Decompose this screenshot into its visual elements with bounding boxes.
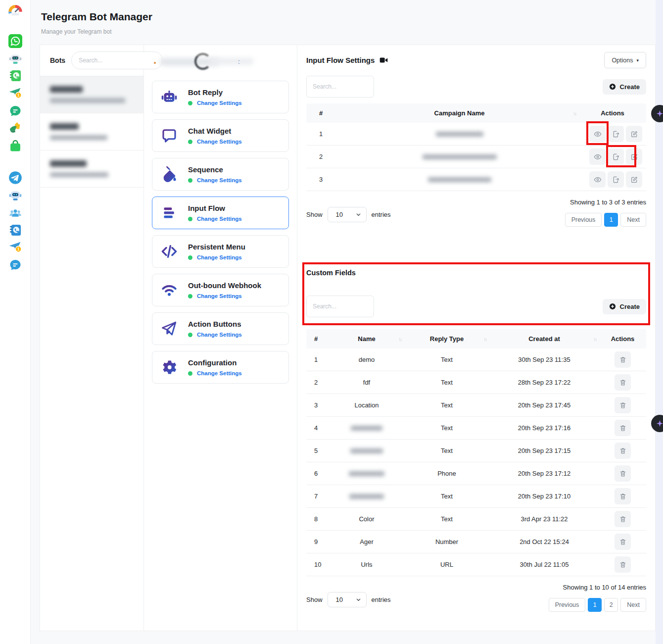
sender-blue-icon[interactable]: 1 (8, 240, 22, 254)
created-at: 30th Jul 22 11:05 (489, 561, 599, 568)
team-icon[interactable] (8, 206, 22, 220)
card-configuration[interactable]: Configuration Change Settings (152, 351, 289, 384)
delete-button[interactable] (615, 420, 631, 436)
bots-panel: Bots (40, 45, 144, 631)
page-size-select[interactable]: 10 (328, 592, 367, 607)
bot-gray-icon[interactable] (8, 51, 22, 65)
col-header-actions: Actions (579, 109, 646, 117)
col-header-created-at[interactable]: Created at↑↓ (489, 335, 599, 343)
custom-fields-create-button[interactable]: Create (603, 299, 646, 314)
bot-reply-icon (160, 88, 178, 106)
redacted-field-name (349, 471, 384, 476)
options-button[interactable]: Options ▾ (604, 52, 646, 68)
delete-button[interactable] (615, 443, 631, 459)
field-name: Ager (329, 538, 404, 545)
card-outbound-webhook[interactable]: Out-bound Webhook Change Settings (152, 274, 289, 306)
whatsapp-icon[interactable] (8, 34, 22, 48)
plus-circle-icon (609, 303, 616, 310)
shop-icon[interactable] (8, 139, 22, 153)
edit-icon (630, 176, 638, 184)
page-size-select[interactable]: 10 (328, 207, 367, 222)
change-settings-link[interactable]: Change Settings (197, 100, 242, 106)
status-dot (188, 294, 192, 298)
page-1-button[interactable]: 1 (604, 213, 618, 227)
col-header-reply-type[interactable]: Reply Type↑↓ (404, 335, 489, 343)
delete-button[interactable] (615, 374, 631, 391)
bot-list-item[interactable] (40, 113, 143, 150)
col-header-campaign[interactable]: Campaign Name↑↓ (340, 109, 579, 117)
entries-label: entries (372, 211, 391, 218)
delete-button[interactable] (615, 465, 631, 482)
change-settings-link[interactable]: Change Settings (197, 254, 242, 260)
card-chat-widget[interactable]: Chat Widget Change Settings (152, 119, 289, 152)
flow-search-input[interactable] (306, 76, 374, 98)
status-dot (188, 255, 192, 260)
card-persistent-menu[interactable]: Persistent Menu Change Settings (152, 235, 289, 268)
previous-page-button[interactable]: Previous (565, 213, 602, 227)
contacts-blue-icon[interactable] (8, 223, 22, 237)
view-button[interactable] (589, 126, 606, 142)
export-button[interactable] (608, 171, 624, 188)
view-button[interactable] (589, 171, 606, 188)
file-export-icon (612, 176, 620, 184)
bot-list-item[interactable] (40, 150, 143, 188)
delete-button[interactable] (615, 488, 631, 504)
page-1-button[interactable]: 1 (588, 598, 602, 612)
card-bot-reply[interactable]: Bot Reply Change Settings (152, 81, 289, 113)
contacts-green-icon[interactable] (8, 69, 22, 83)
delete-button[interactable] (615, 556, 631, 573)
page-2-button[interactable]: 2 (604, 598, 618, 612)
configuration-icon (160, 358, 178, 376)
table-row: 8 Color Text 3rd Apr 23 11:22 (306, 508, 646, 531)
change-settings-link[interactable]: Change Settings (197, 216, 242, 222)
custom-fields-search-input[interactable] (306, 296, 374, 317)
integration-icon[interactable] (8, 121, 22, 135)
table-row: 6 Phone 20th Sep 23 17:12 (306, 462, 646, 485)
video-camera-icon[interactable] (379, 56, 388, 64)
next-page-button[interactable]: Next (620, 213, 646, 227)
flow-create-button[interactable]: Create (603, 79, 646, 95)
card-sequence[interactable]: Sequence Change Settings (152, 158, 289, 191)
status-dot (188, 140, 192, 144)
redacted-campaign-name (423, 154, 497, 159)
created-at: 28th Sep 23 17:22 (489, 379, 599, 386)
delete-button[interactable] (615, 351, 631, 368)
table-row: 1 (306, 123, 646, 146)
edit-button[interactable] (626, 149, 642, 165)
next-page-button[interactable]: Next (620, 598, 646, 612)
export-button[interactable] (608, 149, 624, 165)
col-header-name[interactable]: Name↑↓ (329, 335, 404, 343)
created-at: 20th Sep 23 17:15 (489, 447, 599, 454)
sort-icon: ↑↓ (593, 336, 596, 342)
change-settings-link[interactable]: Change Settings (197, 177, 242, 183)
col-header-num[interactable]: # (306, 109, 340, 117)
bot-list-item[interactable] (40, 76, 143, 113)
change-settings-link[interactable]: Change Settings (197, 293, 242, 299)
settings-panel: : Bot Reply Change Settings Chat Widget … (144, 45, 297, 631)
card-input-flow[interactable]: Input Flow Change Settings (152, 197, 289, 229)
view-button[interactable] (589, 149, 606, 165)
edit-button[interactable] (626, 126, 642, 142)
card-action-buttons[interactable]: Action Buttons Change Settings (152, 312, 289, 345)
change-settings-link[interactable]: Change Settings (197, 332, 242, 338)
delete-button[interactable] (615, 511, 631, 527)
change-settings-link[interactable]: Change Settings (197, 139, 242, 145)
chat-blue-icon[interactable] (8, 258, 22, 272)
chat-green-icon[interactable] (8, 104, 22, 118)
previous-page-button[interactable]: Previous (549, 598, 586, 612)
status-dot (188, 178, 192, 183)
telegram-icon[interactable] (8, 171, 22, 185)
edit-button[interactable] (626, 171, 642, 188)
dashboard-icon[interactable] (7, 2, 23, 18)
bot-blue-icon[interactable] (8, 188, 22, 202)
scrollbar[interactable] (656, 0, 663, 644)
campaign-table: # Campaign Name↑↓ Actions 1 2 (306, 103, 646, 191)
export-button[interactable] (608, 126, 624, 142)
delete-button[interactable] (615, 534, 631, 550)
change-settings-link[interactable]: Change Settings (197, 370, 242, 376)
delete-button[interactable] (615, 397, 631, 413)
status-dot (188, 333, 192, 337)
sender-green-icon[interactable]: 1 (8, 86, 22, 100)
page-title: Telegram Bot Manager (41, 11, 152, 23)
col-header-num[interactable]: # (306, 335, 329, 343)
